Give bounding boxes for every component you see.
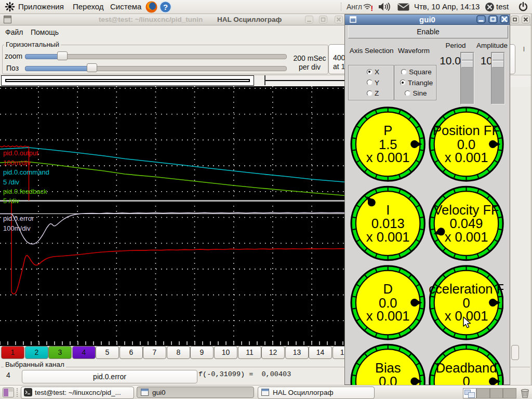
svg-text:x 0.001: x 0.001	[445, 230, 488, 244]
svg-text:Acceleration FF: Acceleration FF	[420, 282, 510, 296]
svg-text:0.0: 0.0	[379, 296, 397, 310]
svg-text:0.049: 0.049	[450, 216, 483, 231]
svg-text:0.013: 0.013	[371, 216, 405, 231]
svg-text:0.0: 0.0	[457, 137, 475, 152]
svg-text:x 0.001: x 0.001	[445, 150, 488, 165]
svg-text:x 0.001: x 0.001	[366, 230, 410, 244]
svg-text:0: 0	[462, 296, 470, 310]
svg-text:D: D	[383, 282, 392, 296]
svg-text:Position FF: Position FF	[433, 123, 500, 138]
svg-text:!: !	[371, 4, 374, 12]
svg-text:P: P	[383, 123, 392, 138]
svg-text:x 0.001: x 0.001	[366, 150, 410, 165]
svg-text:?: ?	[163, 3, 168, 11]
svg-text:x 0.001: x 0.001	[366, 309, 410, 323]
svg-text:I: I	[386, 203, 390, 217]
svg-text:1.5: 1.5	[379, 137, 397, 152]
svg-text:0.0: 0.0	[379, 374, 397, 385]
svg-text:Bias: Bias	[375, 361, 401, 375]
svg-text:0: 0	[462, 374, 470, 385]
svg-text:Velocity FF: Velocity FF	[433, 203, 499, 217]
svg-text:Deadband: Deadband	[436, 361, 497, 375]
